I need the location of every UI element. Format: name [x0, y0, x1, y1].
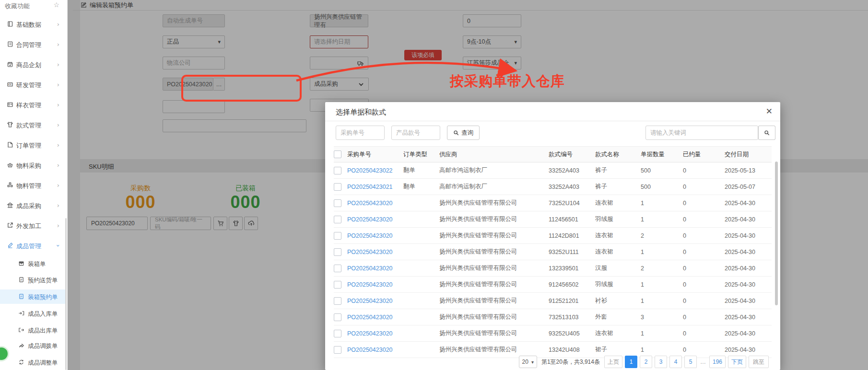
po-number-link[interactable]: PO20250423020: [347, 232, 403, 239]
column-header[interactable]: 供应商: [439, 150, 549, 159]
table-cell: 73252U104: [549, 200, 595, 207]
page-button-3[interactable]: 3: [655, 356, 667, 368]
table-cell: 翻单: [403, 183, 439, 191]
po-number-link[interactable]: PO20250423020: [347, 330, 403, 337]
sidebar-subitem-5[interactable]: 成品出库单: [0, 323, 67, 337]
column-header[interactable]: 款式名称: [595, 150, 641, 159]
po-number-link[interactable]: PO20250423021: [347, 184, 403, 190]
sidebar-subitem-1[interactable]: 装箱单: [0, 256, 67, 271]
sidebar-item-10[interactable]: 成品采购›: [0, 198, 67, 213]
row-checkbox[interactable]: [334, 232, 341, 240]
po-number-link[interactable]: PO20250423020: [347, 216, 403, 223]
table-row: PO20250423020扬州兴奥供应链管理有限公司11242D801连衣裙20…: [334, 228, 772, 244]
sidebar-subitem-7[interactable]: 成品调整单: [0, 355, 67, 370]
table-row: PO20250423020扬州兴奥供应链管理有限公司912521201衬衫102…: [334, 293, 772, 309]
chevron-right-icon: ›: [57, 121, 59, 128]
column-header[interactable]: 已约量: [683, 150, 725, 159]
po-number-link[interactable]: PO20250423020: [347, 281, 403, 288]
style-search-input[interactable]: 产品款号: [391, 126, 440, 140]
table-cell: 2025-04-30: [725, 298, 772, 304]
sidebar-item-2[interactable]: 合同管理›: [0, 37, 67, 52]
row-checkbox[interactable]: [334, 281, 341, 289]
sidebar-item-6[interactable]: 款式管理›: [0, 118, 67, 132]
sidebar-subitem-3[interactable]: P装箱预约单: [0, 289, 67, 304]
page-button-1[interactable]: 1: [625, 356, 637, 368]
page-button-5[interactable]: 5: [684, 356, 697, 368]
table-cell: 1: [641, 298, 683, 304]
po-number-link[interactable]: PO20250423020: [347, 200, 403, 207]
page-button-196[interactable]: 196: [709, 356, 726, 368]
po-search-input[interactable]: 采购单号: [336, 126, 385, 140]
po-number-link[interactable]: PO20250423020: [347, 298, 403, 304]
table-cell: 扬州兴奥供应链管理有限公司: [439, 199, 549, 207]
sidebar-scrollbar[interactable]: [65, 218, 67, 370]
sidebar-item-8[interactable]: 物料采购›: [0, 158, 67, 173]
chevron-right-icon: ›: [57, 81, 59, 88]
star-icon[interactable]: ☆: [53, 1, 59, 9]
row-checkbox[interactable]: [334, 199, 341, 207]
column-header[interactable]: 交付日期: [725, 150, 772, 159]
row-checkbox[interactable]: [334, 346, 341, 354]
select-all-checkbox[interactable]: [334, 150, 341, 158]
sidebar-subitem-label: 成品调拨单: [28, 342, 58, 350]
svg-text:CC: CC: [8, 83, 12, 86]
po-number-link[interactable]: PO20250423020: [347, 249, 403, 255]
table-cell: 0: [683, 167, 725, 174]
sidebar-item-7[interactable]: 订单管理›: [0, 138, 67, 152]
row-checkbox[interactable]: [334, 297, 341, 305]
keyword-search-button2[interactable]: [758, 126, 775, 140]
column-header[interactable]: 采购单号: [347, 150, 403, 159]
sidebar-favorites-header: 收藏功能 ☆: [0, 0, 67, 12]
sidebar-item-11[interactable]: 外发加工›: [0, 219, 67, 233]
sidebar-subitem-4[interactable]: 成品入库单: [0, 306, 67, 321]
po-number-link[interactable]: PO20250423020: [347, 265, 403, 272]
row-checkbox[interactable]: [334, 313, 341, 321]
external-icon: [7, 222, 13, 229]
table-cell: 1: [641, 249, 683, 255]
row-checkbox[interactable]: [334, 330, 341, 337]
sidebar-subitem-2[interactable]: P预约送货单: [0, 273, 67, 287]
column-header[interactable]: 单据数量: [641, 150, 683, 159]
next-page-button[interactable]: 下页: [728, 356, 746, 368]
table-scrollbar[interactable]: [775, 162, 778, 305]
app-root: 编辑装箱预约单 预约单号自动生成单号*供应商扬州兴奥供应链管理有实际箱数0*预约…: [0, 0, 868, 370]
row-checkbox[interactable]: [334, 183, 341, 191]
sidebar-item-5[interactable]: 样衣管理›: [0, 98, 67, 112]
query-button[interactable]: 查询: [447, 126, 480, 140]
page-size-select[interactable]: 20▾: [519, 356, 537, 368]
page-button-4[interactable]: 4: [669, 356, 682, 368]
table-cell: 93252U111: [549, 249, 595, 255]
bank-icon: [7, 202, 13, 208]
keyword-search-input[interactable]: 请输入关键词: [645, 126, 758, 140]
page-button-2[interactable]: 2: [640, 356, 652, 368]
table-cell: 112456501: [549, 216, 595, 223]
column-header[interactable]: 款式编号: [549, 150, 595, 159]
close-icon[interactable]: ✕: [766, 106, 773, 116]
idcard-icon: [7, 101, 13, 108]
row-checkbox[interactable]: [334, 216, 341, 223]
sidebar-item-3[interactable]: 商品企划›: [0, 58, 67, 72]
sidebar-item-12[interactable]: 成品管理›: [0, 239, 67, 253]
row-checkbox[interactable]: [334, 248, 341, 256]
jump-to-input[interactable]: 跳至: [749, 356, 769, 368]
sidebar-subitem-6[interactable]: 成品调拨单: [0, 338, 67, 353]
table-cell: 2025-04-30: [725, 249, 772, 255]
chevron-right-icon: ›: [57, 222, 59, 229]
po-number-link[interactable]: PO20250423020: [347, 314, 403, 321]
table-cell: 外套: [595, 313, 641, 321]
sidebar-item-4[interactable]: CC研发管理›: [0, 78, 67, 92]
table-row: PO20250423020扬州兴奥供应链管理有限公司132339501汉服202…: [334, 260, 772, 277]
row-checkbox[interactable]: [334, 167, 341, 174]
po-number-link[interactable]: PO20250423022: [347, 167, 403, 174]
row-checkbox[interactable]: [334, 265, 341, 272]
prev-page-button[interactable]: 上页: [604, 356, 622, 368]
chevron-right-icon: ›: [57, 141, 59, 149]
sidebar-item-9[interactable]: 物料管理›: [0, 178, 67, 193]
table-cell: 1: [641, 281, 683, 288]
table-row: PO20250423020扬州兴奥供应链管理有限公司112456501羽绒服10…: [334, 211, 772, 228]
chevron-right-icon: ›: [57, 21, 59, 28]
sidebar-item-1[interactable]: 基础数据›: [0, 17, 67, 32]
table-cell: 羽绒服: [595, 215, 641, 223]
po-number-link[interactable]: PO20250423020: [347, 347, 403, 353]
column-header[interactable]: 订单类型: [403, 150, 439, 159]
